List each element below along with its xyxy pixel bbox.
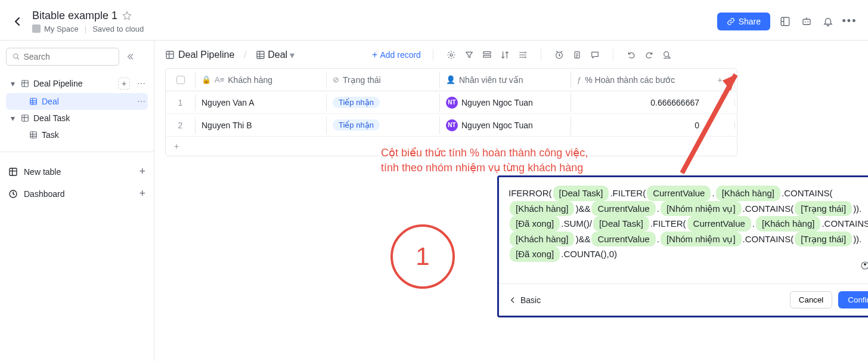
formula-token[interactable]: [Nhóm nhiệm vụ] <box>661 232 742 247</box>
formula-token[interactable]: [Khách hàng] <box>510 201 574 217</box>
settings-icon[interactable] <box>445 49 457 61</box>
collapse-sidebar-icon[interactable] <box>125 52 135 61</box>
confirm-button[interactable]: Confirm <box>838 291 868 308</box>
group-icon[interactable] <box>481 49 493 61</box>
annotation-circle: 1 <box>390 224 455 289</box>
sidebar-item-label: Deal <box>42 97 130 106</box>
sidebar-item-task[interactable]: Task <box>6 126 148 143</box>
table-row[interactable]: 1 Nguyen Van A Tiếp nhận NTNguyen Ngoc T… <box>166 91 737 114</box>
svg-point-3 <box>807 21 808 22</box>
lock-icon: 🔒 <box>202 75 211 84</box>
formula-token[interactable]: CurrentValue <box>647 186 711 201</box>
cell-consultant[interactable]: NTNguyen Ngoc Tuan <box>440 116 571 135</box>
search-box[interactable] <box>6 48 119 66</box>
formula-token[interactable]: [Khách hàng] <box>716 186 780 201</box>
redo-icon[interactable] <box>643 49 655 61</box>
top-actions: Share ••• <box>717 13 856 30</box>
dashboard-button[interactable]: Dashboard + <box>6 183 148 205</box>
doc-title: Bitable example 1 <box>32 10 117 22</box>
grid-icon <box>29 97 38 106</box>
top-header: Bitable example 1 My Space | Saved to cl… <box>0 0 868 41</box>
cell-consultant[interactable]: NTNguyen Ngoc Tuan <box>440 93 571 112</box>
formula-token[interactable]: [Khách hàng] <box>756 216 820 232</box>
svg-rect-14 <box>483 52 491 54</box>
separator <box>613 49 613 61</box>
sidebar: ▾ Deal Pipeline + ⋯ Deal ⋯ ▾ Deal Task T… <box>0 41 154 361</box>
sidebar-item-label: Deal Pipeline <box>33 79 114 88</box>
formula-token[interactable]: [Nhóm nhiệm vụ] <box>661 201 742 217</box>
cell-status[interactable]: Tiếp nhận <box>327 116 440 134</box>
share-button[interactable]: Share <box>717 13 770 30</box>
formula-body[interactable]: IFERROR([Deal Task].FILTER(CurrentValue.… <box>499 177 868 283</box>
avatar: NT <box>446 119 458 131</box>
formula-token[interactable]: [Đã xong] <box>510 246 560 262</box>
chevron-left-icon <box>12 16 24 27</box>
formula-token[interactable]: CurrentValue <box>591 232 655 247</box>
add-view-button[interactable]: + <box>118 78 130 90</box>
header-status[interactable]: ⊘ Trạng thái <box>327 72 440 88</box>
chevron-down-icon: ▾ <box>290 50 294 61</box>
table-icon <box>8 167 18 177</box>
item-more-icon[interactable]: ⋯ <box>137 79 145 88</box>
formula-token[interactable]: [Deal Task] <box>553 186 609 201</box>
svg-point-18 <box>664 52 669 57</box>
formula-token[interactable]: [Trạng thái] <box>795 201 852 217</box>
cell-status[interactable]: Tiếp nhận <box>327 93 440 112</box>
table-row[interactable]: 2 Nguyen Thi B Tiếp nhận NTNguyen Ngoc T… <box>166 114 737 137</box>
save-status: Saved to cloud <box>92 24 144 33</box>
formula-token[interactable]: [Trạng thái] <box>795 232 852 247</box>
help-icon[interactable] <box>860 261 868 270</box>
undo-icon[interactable] <box>625 49 637 61</box>
svg-rect-15 <box>483 55 491 57</box>
link-icon <box>727 17 735 26</box>
item-more-icon[interactable]: ⋯ <box>137 97 145 106</box>
filter-icon[interactable] <box>463 49 475 61</box>
star-icon[interactable] <box>122 11 132 20</box>
formula-token[interactable]: [Khách hàng] <box>510 232 574 247</box>
cell-customer[interactable]: Nguyen Van A <box>196 94 327 111</box>
main-content: Deal Pipeline / Deal ▾ + Add record <box>154 41 868 361</box>
cancel-button[interactable]: Cancel <box>790 291 833 308</box>
clipboard-icon[interactable] <box>571 49 583 61</box>
formula-token[interactable]: [Deal Task] <box>593 216 649 232</box>
layout-icon[interactable] <box>779 15 792 28</box>
separator <box>541 49 541 61</box>
sidebar-item-label: Task <box>42 130 145 140</box>
row-height-icon[interactable] <box>517 49 529 61</box>
separator: | <box>85 24 86 33</box>
data-table: 🔒 A≡ Khách hàng ⊘ Trạng thái 👤 Nhân viên… <box>165 68 737 156</box>
cell-customer[interactable]: Nguyen Thi B <box>196 117 327 134</box>
sidebar-item-deal[interactable]: Deal ⋯ <box>6 93 148 110</box>
search-input[interactable] <box>23 52 113 61</box>
avatar: NT <box>446 97 458 109</box>
more-icon[interactable]: ••• <box>843 15 856 28</box>
add-record-button[interactable]: + Add record <box>372 50 421 60</box>
header-checkbox-cell[interactable] <box>166 72 196 88</box>
breadcrumb[interactable]: Deal Pipeline <box>165 50 234 60</box>
sidebar-item-deal-pipeline[interactable]: ▾ Deal Pipeline + ⋯ <box>6 74 148 93</box>
reminder-icon[interactable] <box>553 49 565 61</box>
bell-icon[interactable] <box>822 15 835 28</box>
find-icon[interactable] <box>661 49 673 61</box>
formula-token[interactable]: CurrentValue <box>687 216 751 232</box>
view-selector[interactable]: Deal ▾ <box>256 50 294 61</box>
basic-mode-button[interactable]: Basic <box>509 295 541 305</box>
robot-icon[interactable] <box>800 15 813 28</box>
svg-rect-9 <box>10 168 17 175</box>
back-button[interactable] <box>12 16 24 27</box>
annotation-arrow <box>670 72 760 185</box>
sort-icon[interactable] <box>499 49 511 61</box>
comment-icon[interactable] <box>589 49 601 61</box>
header-customer[interactable]: 🔒 A≡ Khách hàng <box>196 72 327 88</box>
plus-icon: + <box>139 165 145 178</box>
header-consultant[interactable]: 👤 Nhân viên tư vấn <box>440 72 571 88</box>
svg-rect-7 <box>22 115 29 122</box>
plus-icon: + <box>372 50 377 60</box>
dashboard-label: Dashboard <box>24 189 65 199</box>
sidebar-item-deal-task[interactable]: ▾ Deal Task <box>6 110 148 126</box>
doc-folder[interactable]: My Space <box>44 24 79 33</box>
formula-type-icon: ƒ <box>577 75 581 84</box>
new-table-button[interactable]: New table + <box>6 161 148 183</box>
formula-token[interactable]: CurrentValue <box>591 201 655 217</box>
formula-token[interactable]: [Đã xong] <box>510 216 560 232</box>
